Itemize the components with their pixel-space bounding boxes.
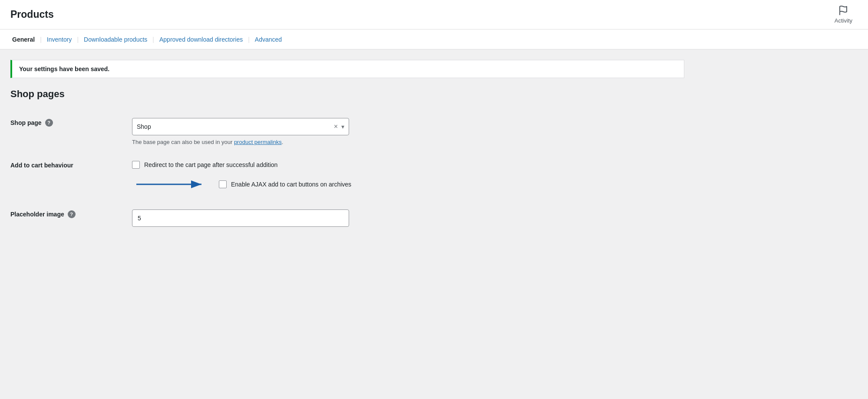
page-title: Products xyxy=(10,9,54,20)
ajax-row-wrapper: Enable AJAX add to cart buttons on archi… xyxy=(132,175,684,194)
add-to-cart-field-cell: Redirect to the cart page after successf… xyxy=(132,153,684,202)
add-to-cart-label-cell: Add to cart behaviour xyxy=(10,153,132,202)
tab-separator-2: | xyxy=(77,36,79,43)
flag-icon xyxy=(838,5,848,16)
success-notice: Your settings have been saved. xyxy=(10,60,684,78)
placeholder-image-input[interactable] xyxy=(132,209,349,227)
shop-page-select-value: Shop xyxy=(137,123,330,130)
tab-separator-4: | xyxy=(248,36,250,43)
placeholder-image-row: Placeholder image ? xyxy=(10,202,684,235)
tab-separator-1: | xyxy=(40,36,42,43)
redirect-checkbox[interactable] xyxy=(132,161,140,169)
main-content: Your settings have been saved. Shop page… xyxy=(0,49,695,245)
tab-general[interactable]: General xyxy=(10,36,36,43)
ajax-checkbox-row: Enable AJAX add to cart buttons on archi… xyxy=(219,180,351,188)
shop-page-row: Shop page ? Shop × ▾ The base page can a… xyxy=(10,110,684,153)
tab-inventory[interactable]: Inventory xyxy=(45,36,74,43)
shop-page-label-row: Shop page ? xyxy=(10,119,122,127)
activity-label: Activity xyxy=(835,17,852,24)
tab-advanced[interactable]: Advanced xyxy=(253,36,284,43)
arrow-annotation xyxy=(132,175,219,194)
product-permalinks-link[interactable]: product permalinks xyxy=(234,139,282,145)
chevron-down-icon: ▾ xyxy=(341,123,344,130)
placeholder-image-label-cell: Placeholder image ? xyxy=(10,202,132,235)
section-heading: Shop pages xyxy=(10,88,684,100)
shop-page-description: The base page can also be used in your p… xyxy=(132,139,349,145)
notice-message: Your settings have been saved. xyxy=(19,65,677,72)
shop-page-desc-suffix: . xyxy=(282,139,284,145)
placeholder-image-label-row: Placeholder image ? xyxy=(10,210,122,218)
placeholder-image-help-icon[interactable]: ? xyxy=(68,210,76,218)
add-to-cart-row: Add to cart behaviour Redirect to the ca… xyxy=(10,153,684,202)
shop-page-select[interactable]: Shop × ▾ xyxy=(132,118,349,135)
ajax-checkbox-label: Enable AJAX add to cart buttons on archi… xyxy=(231,181,351,188)
shop-page-label-cell: Shop page ? xyxy=(10,110,132,153)
shop-page-desc-prefix: The base page can also be used in your xyxy=(132,139,234,145)
add-to-cart-label: Add to cart behaviour xyxy=(10,162,73,169)
activity-button[interactable]: Activity xyxy=(829,2,858,27)
shop-page-clear-icon[interactable]: × xyxy=(334,123,338,130)
tab-downloadable-products[interactable]: Downloadable products xyxy=(82,36,149,43)
redirect-checkbox-label: Redirect to the cart page after successf… xyxy=(144,161,277,168)
ajax-checkbox[interactable] xyxy=(219,180,227,188)
tabs-navigation: General | Inventory | Downloadable produ… xyxy=(0,29,868,49)
placeholder-image-field-cell xyxy=(132,202,684,235)
shop-page-field-cell: Shop × ▾ The base page can also be used … xyxy=(132,110,684,153)
placeholder-image-label: Placeholder image xyxy=(10,211,64,218)
tab-approved-download-directories[interactable]: Approved download directories xyxy=(158,36,244,43)
redirect-checkbox-row: Redirect to the cart page after successf… xyxy=(132,161,684,169)
settings-form: Shop page ? Shop × ▾ The base page can a… xyxy=(10,110,684,235)
page-header: Products Activity xyxy=(0,0,868,29)
shop-page-label: Shop page xyxy=(10,119,42,126)
shop-page-help-icon[interactable]: ? xyxy=(45,119,53,127)
tab-separator-3: | xyxy=(152,36,154,43)
